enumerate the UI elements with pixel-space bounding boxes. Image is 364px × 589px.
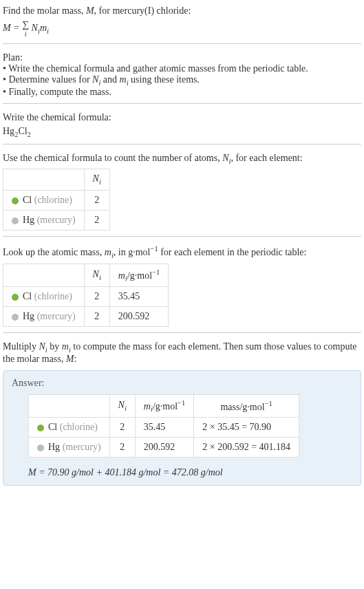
table-row: Cl (chlorine) 2 35.45 2 × 35.45 = 70.90 [29,418,299,438]
plan-item-2: • Determine values for Ni and mi using t… [3,74,361,87]
plan-title: Plan: [3,52,361,63]
plan-item-3: • Finally, compute the mass. [3,87,361,98]
count-atoms-section: Use the chemical formula to count the nu… [3,153,361,237]
element-dot-icon [12,314,19,321]
atomic-mass-section: Look up the atomic mass, mi, in g·mol−1 … [3,245,361,333]
element-dot-icon [12,217,19,224]
table-header-row: Ni mi/g·mol−1 mass/g·mol−1 [29,394,299,417]
plan-section: Plan: • Write the chemical formula and g… [3,52,361,104]
molar-mass-formula: M = ∑i Nimi [3,19,361,38]
intro-section: Find the molar mass, M, for mercury(I) c… [3,6,361,44]
intro-text: Find the molar mass, M, for mercury(I) c… [3,6,361,17]
chem-formula-title: Write the chemical formula: [3,112,361,123]
table-header-row: Ni [3,169,110,191]
plan-item-1: • Write the chemical formula and gather … [3,63,361,74]
chemical-formula-section: Write the chemical formula: Hg2Cl2 [3,112,361,144]
atomic-mass-text: Look up the atomic mass, mi, in g·mol−1 … [3,245,361,259]
header-mass: mass/g·mol−1 [194,394,299,417]
element-dot-icon [12,197,19,204]
header-mi: mi/g·mol−1 [135,394,193,417]
element-dot-icon [12,294,19,301]
element-dot-icon [37,445,44,451]
chem-formula-value: Hg2Cl2 [3,126,361,138]
table-row: Hg (mercury) 2 200.592 2 × 200.592 = 401… [29,438,299,458]
count-atoms-text: Use the chemical formula to count the nu… [3,153,361,165]
header-mi: mi/g·mol−1 [109,264,168,286]
element-dot-icon [37,425,44,431]
header-ni: Ni [84,264,109,286]
answer-label: Answer: [12,378,352,389]
count-atoms-table: Ni Cl (chlorine) 2 Hg (mercury) 2 [3,169,110,231]
final-result: M = 70.90 g/mol + 401.184 g/mol = 472.08… [28,467,352,478]
table-row: Hg (mercury) 2 200.592 [3,307,169,327]
header-ni: Ni [109,394,135,417]
answer-table: Ni mi/g·mol−1 mass/g·mol−1 Cl (chlorine)… [28,394,299,458]
table-row: Cl (chlorine) 2 35.45 [3,287,169,307]
answer-box: Answer: Ni mi/g·mol−1 mass/g·mol−1 Cl (c… [3,370,361,486]
table-header-row: Ni mi/g·mol−1 [3,264,169,286]
multiply-text: Multiply Ni by mi to compute the mass fo… [3,341,361,365]
table-row: Hg (mercury) 2 [3,211,110,231]
atomic-mass-table: Ni mi/g·mol−1 Cl (chlorine) 2 35.45 Hg (… [3,264,169,327]
header-ni: Ni [84,169,109,191]
table-row: Cl (chlorine) 2 [3,191,110,211]
multiply-section: Multiply Ni by mi to compute the mass fo… [3,341,361,486]
